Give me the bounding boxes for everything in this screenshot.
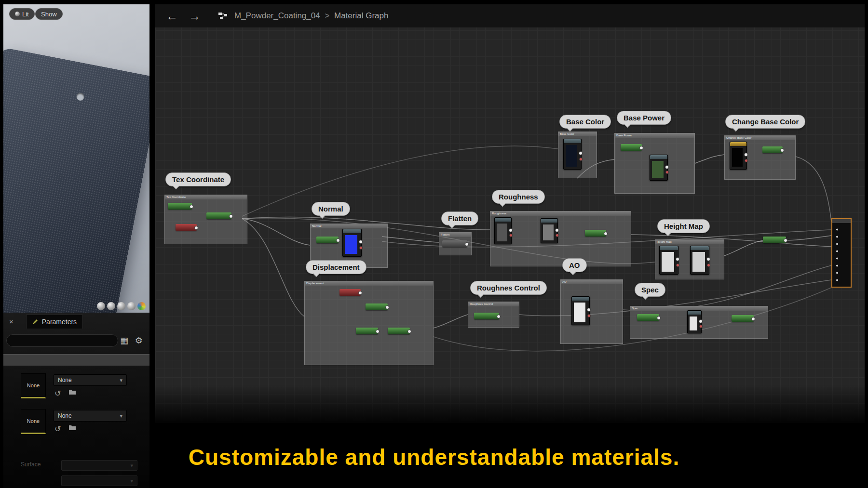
- comment-bubble-ao[interactable]: AO: [562, 258, 587, 272]
- tab-parameters-label: Parameters: [42, 318, 77, 326]
- texture-sample-node[interactable]: [650, 155, 668, 181]
- show-menu-button[interactable]: Show: [35, 8, 63, 20]
- texture-thumbnail: [574, 303, 585, 322]
- lit-button-label: Lit: [22, 11, 29, 18]
- comment-group-title: Displacement: [305, 281, 433, 286]
- texture-sample-node[interactable]: [687, 310, 702, 333]
- comment-bubble-height-map[interactable]: Height Map: [657, 219, 710, 233]
- texture-parameter-row: None None ▾: [3, 371, 149, 402]
- comment-group-base-power[interactable]: Base Power: [614, 133, 695, 194]
- comment-group-base-color[interactable]: Base Color: [558, 132, 597, 178]
- chevron-down-icon: ▾: [120, 377, 122, 383]
- material-node[interactable]: [176, 224, 197, 231]
- search-input[interactable]: [6, 334, 118, 347]
- preview-shape-icon[interactable]: [117, 302, 125, 310]
- material-node[interactable]: [339, 289, 361, 296]
- preview-shape-icon[interactable]: [97, 302, 105, 310]
- comment-group-title: Roughness: [490, 211, 631, 216]
- node-title-bar: [650, 155, 667, 159]
- comment-group-roughness[interactable]: Roughness: [490, 211, 631, 266]
- material-node[interactable]: [366, 303, 388, 310]
- show-button-label: Show: [41, 11, 57, 18]
- material-node[interactable]: [442, 240, 467, 247]
- plate-hole: [76, 92, 85, 101]
- material-preview-viewport[interactable]: Lit Show: [3, 4, 149, 313]
- comment-bubble-displacement[interactable]: Displacement: [306, 260, 366, 274]
- comment-bubble-change-base-color[interactable]: Change Base Color: [725, 115, 805, 129]
- comment-group-change-base-color[interactable]: Change Base Color: [724, 135, 796, 180]
- texture-thumbnail: [652, 161, 664, 178]
- search-row: [3, 334, 149, 347]
- material-node[interactable]: [637, 314, 659, 321]
- comment-group-height-map[interactable]: Height Map: [655, 239, 724, 279]
- asset-dropdown[interactable]: None ▾: [54, 374, 127, 386]
- comment-bubble-base-power[interactable]: Base Power: [617, 111, 671, 125]
- node-title-bar: [564, 139, 581, 143]
- comment-bubble-normal[interactable]: Normal: [312, 202, 350, 216]
- asset-thumbnail[interactable]: None: [21, 373, 46, 398]
- table-view-icon[interactable]: [120, 335, 128, 346]
- comment-group-displacement[interactable]: Displacement: [304, 281, 434, 365]
- tab-parameters[interactable]: Parameters: [26, 315, 83, 329]
- preview-mesh-plate: [3, 47, 149, 313]
- material-node[interactable]: [168, 203, 192, 210]
- comment-group-roughness-control[interactable]: Roughnes Control: [468, 302, 519, 328]
- browse-folder-icon[interactable]: [68, 389, 76, 398]
- material-output-node[interactable]: [831, 218, 852, 288]
- back-arrow-icon[interactable]: [166, 10, 178, 22]
- preview-shape-icon[interactable]: [127, 302, 136, 310]
- comment-bubble-tex-coordinate[interactable]: Tex Coordinate: [165, 172, 231, 186]
- texture-sample-node[interactable]: [690, 246, 709, 275]
- forward-arrow-icon[interactable]: [189, 10, 201, 22]
- comment-group-title: Normal: [311, 224, 387, 228]
- breadcrumb-separator-icon: >: [325, 12, 329, 20]
- comment-group-ao[interactable]: AO: [560, 279, 623, 344]
- texture-sample-node[interactable]: [342, 229, 362, 257]
- material-node[interactable]: [762, 146, 783, 153]
- comment-group-flatten[interactable]: Flatten: [439, 232, 472, 255]
- comment-bubble-roughness[interactable]: Roughness: [492, 190, 545, 204]
- use-selected-icon[interactable]: [54, 424, 61, 434]
- asset-action-icons: [54, 424, 76, 434]
- material-node[interactable]: [621, 144, 642, 151]
- comment-bubble-roughness-control[interactable]: Roughnes Control: [470, 281, 547, 295]
- vector-parameter-node[interactable]: [730, 142, 747, 170]
- preview-shape-icon[interactable]: [107, 302, 115, 310]
- comment-group-tex-coordinate[interactable]: Tex Coordinate: [164, 195, 247, 244]
- comment-group-spec[interactable]: Spec: [630, 306, 768, 339]
- material-node[interactable]: [474, 313, 499, 319]
- breadcrumb-asset-name[interactable]: M_Powder_Coating_04: [234, 11, 320, 21]
- lit-mode-button[interactable]: Lit: [9, 8, 35, 20]
- gear-icon[interactable]: [135, 335, 143, 346]
- material-node[interactable]: [206, 212, 231, 219]
- material-node[interactable]: [316, 237, 339, 243]
- texture-sample-node[interactable]: [494, 217, 512, 244]
- browse-folder-icon[interactable]: [68, 424, 76, 434]
- material-graph-canvas[interactable]: Tex Coordinate Tex Coordinate Normal Nor…: [155, 4, 865, 423]
- comment-bubble-spec[interactable]: Spec: [635, 283, 665, 297]
- material-node[interactable]: [356, 328, 378, 334]
- texture-sample-node[interactable]: [659, 246, 678, 275]
- output-input-pins[interactable]: [835, 226, 840, 283]
- material-node[interactable]: [585, 230, 606, 237]
- material-node[interactable]: [388, 328, 410, 334]
- comment-bubble-flatten[interactable]: Flatten: [441, 211, 478, 225]
- material-graph-icon: [218, 12, 228, 20]
- preview-material-ball-icon[interactable]: [137, 302, 146, 310]
- material-node[interactable]: [732, 315, 754, 322]
- asset-dropdown[interactable]: None ▾: [54, 410, 127, 422]
- category-header-strip[interactable]: [3, 354, 149, 366]
- comment-bubble-base-color[interactable]: Base Color: [559, 115, 611, 129]
- use-selected-icon[interactable]: [54, 389, 61, 398]
- asset-thumbnail[interactable]: None: [21, 409, 46, 434]
- node-title-bar: [343, 229, 361, 233]
- texture-sample-node[interactable]: [541, 218, 558, 243]
- close-icon[interactable]: ×: [9, 317, 14, 326]
- color-thumbnail: [732, 148, 743, 167]
- blend-mode-dropdown[interactable]: ▾: [61, 475, 137, 486]
- node-title-bar: [572, 297, 589, 301]
- material-node[interactable]: [763, 237, 786, 243]
- node-title-bar: [691, 246, 709, 250]
- texture-sample-node[interactable]: [563, 139, 582, 170]
- texture-sample-node[interactable]: [571, 296, 590, 325]
